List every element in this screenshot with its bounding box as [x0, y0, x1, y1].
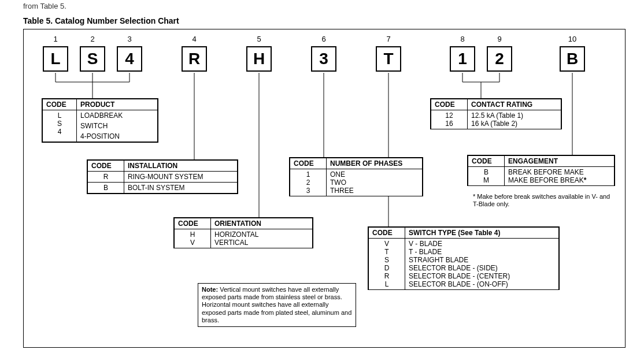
code-box-5: H	[246, 46, 272, 72]
phases-r3-code: 3	[294, 187, 323, 195]
product-h-desc: PRODUCT	[77, 99, 158, 110]
orient-h-desc: ORIENTATION	[211, 218, 313, 229]
product-r2-desc: SWITCH	[77, 121, 158, 131]
install-h-desc: INSTALLATION	[124, 161, 238, 172]
rating-r1-code: 12	[435, 111, 464, 120]
rating-r2-desc: 16 kA (Table 2)	[471, 120, 557, 128]
phases-r3-desc: THREE	[330, 187, 419, 195]
switch-h-desc: SWITCH TYPE (See Table 4)	[405, 228, 559, 239]
orient-r2-code: V	[178, 239, 207, 247]
phases-r1-code: 1	[294, 170, 323, 178]
switch-h-code: CODE	[369, 228, 405, 239]
product-r2-code: S	[46, 120, 73, 128]
pos-4: 4	[183, 35, 206, 43]
rating-r2-code: 16	[435, 120, 464, 128]
engage-r1-code: B	[472, 168, 501, 176]
pretext: from Table 5.	[23, 2, 66, 10]
code-box-9: 2	[487, 46, 512, 72]
pos-8: 8	[451, 35, 474, 43]
table-installation: CODE INSTALLATION R RING-MOUNT SYSTEM B …	[87, 159, 238, 194]
engage-r2-code: M	[472, 176, 501, 184]
table-phases: CODE NUMBER OF PHASES 1 2 3 ONE TWO THRE…	[289, 157, 423, 196]
table-contact-rating: CODE CONTACT RATING 12 16 12.5 kA (Table…	[430, 98, 562, 129]
phases-r1-desc: ONE	[330, 170, 419, 178]
switch-r6-desc: SELECTOR BLADE - (ON-OFF)	[409, 280, 555, 288]
phases-h-desc: NUMBER OF PHASES	[327, 158, 423, 169]
pos-2: 2	[81, 35, 104, 43]
orient-r1-code: H	[178, 230, 207, 239]
orient-r1-desc: HORIZONTAL	[214, 230, 309, 239]
pos-9: 9	[488, 35, 511, 43]
rating-h-code: CODE	[431, 99, 468, 110]
table-title: Table 5. Catalog Number Selection Chart	[23, 16, 179, 25]
install-r2-code: B	[88, 183, 124, 194]
switch-r2-code: T	[372, 248, 401, 256]
switch-r4-desc: SELECTOR BLADE - (SIDE)	[409, 264, 555, 272]
pos-6: 6	[312, 35, 335, 43]
pos-3: 3	[118, 35, 141, 43]
code-box-6: 3	[311, 46, 336, 72]
orient-r2-desc: VERTICAL	[214, 239, 309, 247]
product-r1-desc: LOADBREAK	[77, 110, 158, 121]
code-box-3: 4	[117, 46, 142, 72]
table-product: CODE PRODUCT L S 4 LOADBREAK SWITCH 4-PO…	[42, 98, 158, 143]
note-text: Vertical mount switches have all externa…	[202, 286, 351, 323]
switch-r2-desc: T - BLADE	[409, 248, 555, 256]
page: from Table 5. Table 5. Catalog Number Se…	[0, 0, 644, 357]
phases-h-code: CODE	[290, 158, 327, 169]
engagement-footnote: * Make before break switches available i…	[473, 193, 612, 208]
install-r2-desc: BOLT-IN SYSTEM	[124, 183, 238, 194]
code-box-2: S	[80, 46, 105, 72]
engage-r1-desc: BREAK BEFORE MAKE	[508, 168, 610, 176]
table-orientation: CODE ORIENTATION H V HORIZONTAL VERTICAL	[173, 217, 313, 248]
orient-h-code: CODE	[175, 218, 211, 229]
engage-h-code: CODE	[468, 156, 505, 167]
code-box-7: T	[376, 46, 401, 72]
code-box-4: R	[182, 46, 207, 72]
table-switch-type: CODE SWITCH TYPE (See Table 4) V T S D R…	[368, 226, 560, 290]
code-box-1: L	[43, 46, 68, 72]
pos-5: 5	[247, 35, 271, 43]
switch-r5-desc: SELECTOR BLADE - (CENTER)	[409, 272, 555, 280]
code-box-8: 1	[450, 46, 475, 72]
pos-7: 7	[377, 35, 400, 43]
rating-h-desc: CONTACT RATING	[468, 99, 561, 110]
install-h-code: CODE	[88, 161, 124, 172]
product-r1-code: L	[46, 111, 73, 120]
engage-h-desc: ENGAGEMENT	[505, 156, 615, 167]
phases-r2-code: 2	[294, 178, 323, 187]
switch-r4-code: D	[372, 264, 401, 272]
code-box-10: B	[560, 46, 585, 72]
product-r3-code: 4	[46, 128, 73, 136]
table-engagement: CODE ENGAGEMENT B M BREAK BEFORE MAKE MA…	[467, 155, 615, 186]
rating-r1-desc: 12.5 kA (Table 1)	[471, 111, 557, 120]
pos-1: 1	[44, 35, 67, 43]
pos-10: 10	[561, 35, 584, 43]
install-r1-desc: RING-MOUNT SYSTEM	[124, 172, 238, 183]
note-box: Note: Vertical mount switches have all e…	[198, 283, 356, 327]
switch-r3-code: S	[372, 256, 401, 264]
engage-r2-desc: MAKE BEFORE BREAK	[508, 176, 584, 184]
engage-asterisk: *	[584, 176, 587, 184]
switch-r6-code: L	[372, 280, 401, 288]
note-label: Note:	[202, 286, 218, 293]
phases-r2-desc: TWO	[330, 178, 419, 187]
switch-r5-code: R	[372, 272, 401, 280]
switch-r1-desc: V - BLADE	[409, 240, 555, 248]
switch-r1-code: V	[372, 240, 401, 248]
product-r3-desc: 4-POSITION	[77, 131, 158, 142]
product-h-code: CODE	[43, 99, 77, 110]
switch-r3-desc: STRAIGHT BLADE	[409, 256, 555, 264]
install-r1-code: R	[88, 172, 124, 183]
